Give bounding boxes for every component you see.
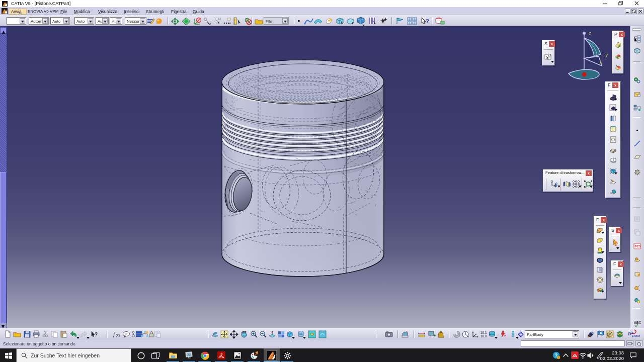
svg-text:!: ! <box>558 356 559 359</box>
svg-text:10.0: 10.0 <box>480 334 487 338</box>
svg-text:CATIA: CATIA <box>632 334 640 337</box>
svg-text:10.1: 10.1 <box>480 331 487 334</box>
svg-text:z: z <box>588 30 591 37</box>
svg-text:?: ? <box>426 18 429 24</box>
svg-text:D: D <box>627 331 631 336</box>
svg-text:?: ? <box>95 332 98 337</box>
svg-text:x: x <box>599 59 603 66</box>
svg-text:y: y <box>605 51 608 58</box>
svg-text:(x): (x) <box>116 333 120 337</box>
svg-text:ABC: ABC <box>634 321 641 324</box>
svg-text:PC3: PC3 <box>635 245 641 248</box>
